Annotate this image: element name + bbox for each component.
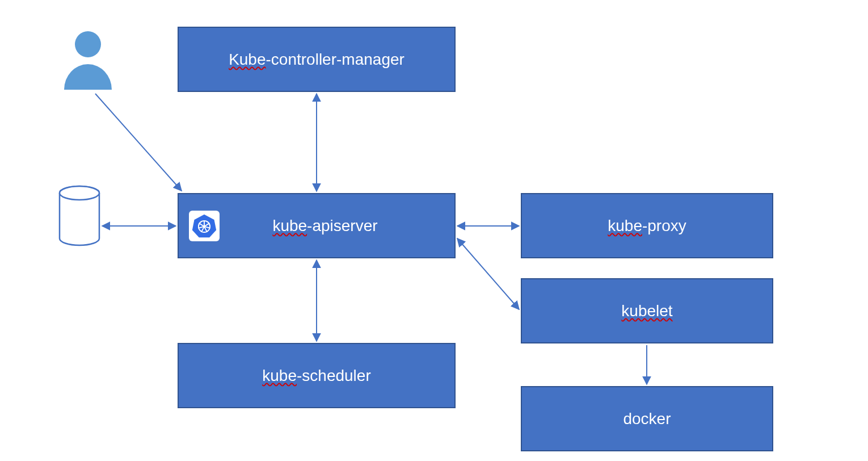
svg-point-11 (60, 186, 99, 200)
label-docker: docker (623, 410, 671, 428)
node-kube-proxy: kube-proxy (521, 193, 773, 258)
svg-point-12 (60, 186, 99, 200)
label-controller-manager: Kube-controller-manager (229, 51, 404, 69)
node-docker: docker (521, 386, 773, 451)
label-apiserver: kube-apiserver (272, 217, 377, 235)
edge-user-apiserver (95, 94, 182, 191)
edge-apiserver-kubelet (457, 238, 519, 309)
label-kubelet: kubelet (621, 302, 672, 320)
label-kube-proxy: kube-proxy (608, 217, 686, 235)
node-scheduler: kube-scheduler (178, 343, 456, 408)
user-icon-body (64, 64, 112, 90)
node-kubelet: kubelet (521, 278, 773, 343)
node-apiserver: kube-apiserver (178, 193, 456, 258)
label-etcd: etcd (64, 216, 94, 234)
svg-point-10 (75, 31, 101, 57)
kubernetes-logo-icon (189, 211, 220, 241)
node-controller-manager: Kube-controller-manager (178, 27, 456, 92)
user-icon (67, 31, 109, 89)
label-scheduler: kube-scheduler (262, 367, 370, 385)
